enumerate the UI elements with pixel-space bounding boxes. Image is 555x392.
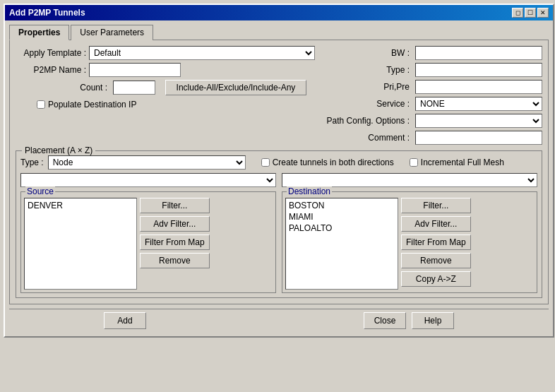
type-label: Type : xyxy=(386,65,410,75)
incremental-full-mesh-checkbox[interactable] xyxy=(410,158,418,167)
create-tunnels-both-label[interactable]: Create tunnels in both directions xyxy=(261,158,394,167)
apply-template-select[interactable]: Default xyxy=(89,46,315,60)
window-title: Add P2MP Tunnels xyxy=(9,8,85,18)
count-input[interactable]: 1 xyxy=(113,81,155,95)
service-row: Service : NONE xyxy=(321,97,542,111)
source-dest-row: Source DENVER Filter... Adv Filter... Fi… xyxy=(20,191,537,293)
comment-label: Comment : xyxy=(368,133,410,143)
populate-dest-label[interactable]: Populate Destination IP xyxy=(37,100,136,109)
incremental-full-mesh-label[interactable]: Incremental Full Mesh xyxy=(410,158,504,167)
bw-row: BW : 300m xyxy=(321,46,542,60)
placement-dropdowns-row xyxy=(20,173,537,187)
right-column: BW : 300m Type : Pri,Pre 7,7 xyxy=(321,46,542,148)
include-exclude-button[interactable]: Include-All/Exclude/Include-Any xyxy=(165,80,306,95)
pri-pre-row: Pri,Pre 7,7 xyxy=(321,80,542,94)
source-title: Source xyxy=(25,186,55,196)
count-label: Count : xyxy=(37,83,107,93)
dest-buttons: Filter... Adv Filter... Filter From Map … xyxy=(401,198,471,290)
service-select[interactable]: NONE xyxy=(415,97,542,111)
bw-input[interactable]: 300m xyxy=(415,46,542,60)
list-item[interactable]: BOSTON xyxy=(287,200,396,211)
dest-filter-from-map-button[interactable]: Filter From Map xyxy=(401,234,471,250)
source-adv-filter-button[interactable]: Adv Filter... xyxy=(140,216,210,232)
help-button[interactable]: Help xyxy=(412,312,454,329)
path-config-select[interactable] xyxy=(415,114,542,128)
window-content: Properties User Parameters Apply Templat… xyxy=(5,20,553,336)
left-column: Apply Template : Default P2MP Name : esp… xyxy=(16,46,315,148)
source-list[interactable]: DENVER xyxy=(24,198,137,290)
placement-right-dropdown[interactable] xyxy=(282,173,537,187)
title-controls: ◻ ☐ ✕ xyxy=(512,8,549,18)
source-buttons: Filter... Adv Filter... Filter From Map … xyxy=(140,198,210,290)
close-button[interactable]: ✕ xyxy=(537,8,549,18)
p2mp-name-row: P2MP Name : espntv xyxy=(16,63,315,77)
source-box: Source DENVER Filter... Adv Filter... Fi… xyxy=(20,191,276,293)
source-remove-button[interactable]: Remove xyxy=(140,253,210,268)
p2mp-name-label: P2MP Name : xyxy=(16,65,86,75)
type-input[interactable] xyxy=(415,63,542,77)
restore-button[interactable]: ◻ xyxy=(512,8,523,18)
dest-title: Destination xyxy=(287,186,332,196)
main-window: Add P2MP Tunnels ◻ ☐ ✕ Properties User P… xyxy=(4,4,554,338)
dest-inner: BOSTON MIAMI PALOALTO Filter... Adv Filt… xyxy=(285,198,534,290)
dest-remove-button[interactable]: Remove xyxy=(401,253,471,268)
comment-input[interactable] xyxy=(415,131,542,145)
dest-filter-button[interactable]: Filter... xyxy=(401,198,471,213)
type-row: Type : xyxy=(321,63,542,77)
placement-section: Placement (A × Z) Type : Node Create tun… xyxy=(16,150,542,298)
list-item[interactable]: PALOALTO xyxy=(287,222,396,234)
list-item[interactable]: DENVER xyxy=(26,200,135,211)
placement-type-row: Type : Node Create tunnels in both direc… xyxy=(20,155,537,170)
title-bar: Add P2MP Tunnels ◻ ☐ ✕ xyxy=(5,5,553,20)
pri-pre-input[interactable]: 7,7 xyxy=(415,80,542,94)
count-row: Count : 1 Include-All/Exclude/Include-An… xyxy=(16,80,315,95)
add-button[interactable]: Add xyxy=(104,312,146,329)
bottom-buttons: Add Close Help xyxy=(9,309,549,332)
source-filter-from-map-button[interactable]: Filter From Map xyxy=(140,234,210,250)
dest-copy-a-z-button[interactable]: Copy A->Z xyxy=(401,271,471,287)
create-tunnels-both-checkbox[interactable] xyxy=(261,158,270,167)
tab-properties[interactable]: Properties xyxy=(9,25,69,40)
tab-user-parameters[interactable]: User Parameters xyxy=(71,25,153,40)
path-config-label: Path Config. Options : xyxy=(327,116,410,126)
apply-template-label: Apply Template : xyxy=(16,48,86,58)
placement-type-select[interactable]: Node xyxy=(48,155,246,170)
service-label: Service : xyxy=(376,99,410,109)
bw-label: BW : xyxy=(391,48,410,58)
dest-box: Destination BOSTON MIAMI PALOALTO Filter… xyxy=(282,191,537,293)
populate-dest-checkbox[interactable] xyxy=(37,100,45,109)
tab-content-properties: Apply Template : Default P2MP Name : esp… xyxy=(9,40,549,304)
pri-pre-label: Pri,Pre xyxy=(383,82,410,92)
list-item[interactable]: MIAMI xyxy=(287,211,396,222)
placement-title: Placement (A × Z) xyxy=(22,145,95,155)
p2mp-name-input[interactable]: espntv xyxy=(89,63,181,77)
source-inner: DENVER Filter... Adv Filter... Filter Fr… xyxy=(24,198,273,290)
maximize-button[interactable]: ☐ xyxy=(525,8,536,18)
comment-row: Comment : xyxy=(321,131,542,145)
placement-type-label: Type : xyxy=(20,158,44,167)
source-filter-button[interactable]: Filter... xyxy=(140,198,210,213)
populate-dest-row: Populate Destination IP xyxy=(37,100,315,109)
close-button[interactable]: Close xyxy=(364,312,406,329)
dest-list[interactable]: BOSTON MIAMI PALOALTO xyxy=(285,198,398,290)
dest-adv-filter-button[interactable]: Adv Filter... xyxy=(401,216,471,232)
path-config-row: Path Config. Options : xyxy=(321,114,542,128)
tabs: Properties User Parameters xyxy=(9,25,549,40)
placement-left-dropdown[interactable] xyxy=(20,173,276,187)
apply-template-row: Apply Template : Default xyxy=(16,46,315,60)
